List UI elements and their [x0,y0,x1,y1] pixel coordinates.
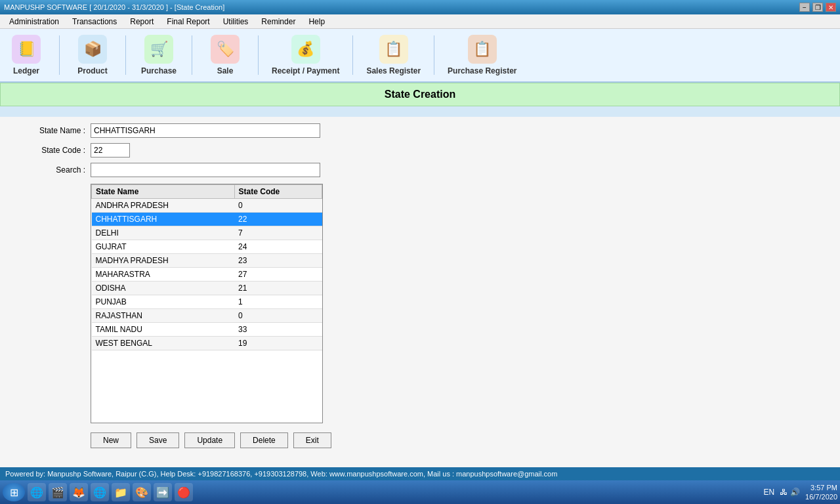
taskbar-app-manpushp[interactable]: 🔴 [175,483,193,501]
toolbar-separator [258,35,259,75]
toolbar-btn-purchase[interactable]: 🛒Purchase [139,35,178,75]
restore-button[interactable]: ❐ [812,3,823,12]
toolbar-btn-receipt-payment[interactable]: 💰Receipt / Payment [272,35,339,75]
new-button[interactable]: New [91,432,131,448]
table-row[interactable]: PUNJAB1 [92,295,322,309]
table-row[interactable]: CHHATTISGARH22 [92,213,322,226]
action-buttons: New Save Update Delete Exit [91,432,827,448]
toolbar-btn-product[interactable]: 📦Product [73,35,112,75]
menu-bar: AdministrationTransactionsReportFinal Re… [0,14,840,29]
window-controls: − ❐ ✕ [799,3,836,12]
table-row[interactable]: WEST BENGAL19 [92,337,322,350]
state-name-cell: MAHARASTRA [92,268,235,282]
state-code-cell: 22 [234,213,322,226]
menu-item-final-report[interactable]: Final Report [160,16,216,28]
table-row[interactable]: MADHYA PRADESH23 [92,254,322,268]
close-button[interactable]: ✕ [826,3,836,12]
taskbar-app-ie[interactable]: 🌐 [28,483,46,501]
state-code-cell: 7 [234,226,322,240]
sale-label: Sale [217,66,234,75]
table-row[interactable]: ANDHRA PRADESH0 [92,199,322,213]
minimize-button[interactable]: − [799,3,810,12]
table-row[interactable]: TAMIL NADU33 [92,323,322,337]
table-body: ANDHRA PRADESH0CHHATTISGARH22DELHI7GUJRA… [92,199,322,350]
toolbar-btn-sale[interactable]: 🏷️Sale [205,35,245,75]
network-icon: 🖧 [780,488,788,497]
toolbar-separator [434,35,434,75]
state-name-input[interactable] [91,123,320,138]
taskbar-app-chrome[interactable]: 🌐 [91,483,109,501]
state-code-cell: 27 [234,268,322,282]
menu-item-transactions[interactable]: Transactions [66,16,123,28]
receipt-payment-icon: 💰 [291,35,320,64]
state-name-cell: ODISHA [92,282,235,295]
state-code-input[interactable] [91,143,130,158]
taskbar-clock: 3:57 PM 16/7/2020 [805,483,837,502]
menu-item-administration[interactable]: Administration [3,16,66,28]
taskbar-right: EN 🖧 🔊 3:57 PM 16/7/2020 [763,483,837,502]
taskbar-app-arrow[interactable]: ➡️ [154,483,172,501]
col-state-code: State Code [234,185,322,199]
state-name-label: State Name : [13,126,85,135]
state-name-cell: TAMIL NADU [92,323,235,337]
locale-indicator: EN [763,488,774,497]
state-name-cell: RAJASTHAN [92,309,235,323]
table-row[interactable]: RAJASTHAN0 [92,309,322,323]
taskbar-system-icons: 🖧 🔊 [780,488,800,497]
sales-register-icon: 📋 [379,35,408,64]
exit-button[interactable]: Exit [293,432,331,448]
save-button[interactable]: Save [136,432,179,448]
form-area: State Name : State Code : Search : [13,123,827,177]
taskbar-app-files[interactable]: 📁 [112,483,130,501]
toolbar-btn-sales-register[interactable]: 📋Sales Register [366,35,421,75]
state-name-cell: GUJRAT [92,240,235,254]
toolbar-separator [192,35,192,75]
purchase-register-label: Purchase Register [448,66,516,75]
sales-register-label: Sales Register [366,66,421,75]
title-bar: MANPUSHP SOFTWARE [ 20/1/2020 - 31/3/202… [0,0,840,14]
state-code-cell: 24 [234,240,322,254]
table-row[interactable]: GUJRAT24 [92,240,322,254]
state-code-label: State Code : [13,146,85,155]
delete-button[interactable]: Delete [240,432,288,448]
table-row[interactable]: MAHARASTRA27 [92,268,322,282]
menu-item-help[interactable]: Help [302,16,331,28]
product-label: Product [77,66,107,75]
table-row[interactable]: ODISHA21 [92,282,322,295]
state-code-cell: 0 [234,309,322,323]
menu-item-reminder[interactable]: Reminder [255,16,302,28]
taskbar-left: ⊞ 🌐 🎬 🦊 🌐 📁 🎨 ➡️ 🔴 [3,483,193,501]
update-button[interactable]: Update [184,432,235,448]
menu-item-utilities[interactable]: Utilities [217,16,255,28]
toolbar-separator [352,35,353,75]
taskbar: ⊞ 🌐 🎬 🦊 🌐 📁 🎨 ➡️ 🔴 EN 🖧 🔊 3:57 PM 16/7/2… [0,480,840,504]
menu-item-report[interactable]: Report [123,16,160,28]
section-header: State Creation [0,83,840,106]
state-name-cell: CHHATTISGARH [92,213,235,226]
status-text: Powered by: Manpushp Software, Raipur (C… [5,470,557,478]
start-button[interactable]: ⊞ [3,483,25,501]
state-code-cell: 23 [234,254,322,268]
taskbar-app-media[interactable]: 🎬 [49,483,67,501]
state-name-cell: DELHI [92,226,235,240]
ledger-label: Ledger [13,66,39,75]
search-input[interactable] [91,163,320,177]
content-area: State Name : State Code : Search : State… [0,117,840,501]
state-name-cell: WEST BENGAL [92,337,235,350]
taskbar-app-firefox[interactable]: 🦊 [70,483,88,501]
table-row[interactable]: DELHI7 [92,226,322,240]
clock-time: 3:57 PM [805,483,837,492]
purchase-icon: 🛒 [144,35,173,64]
toolbar-btn-ledger[interactable]: 📒Ledger [7,35,46,75]
search-row: Search : [13,163,827,177]
purchase-register-icon: 📋 [468,35,497,64]
app-title: MANPUSHP SOFTWARE [ 20/1/2020 - 31/3/202… [4,3,224,11]
toolbar-btn-purchase-register[interactable]: 📋Purchase Register [448,35,516,75]
col-state-name: State Name [92,185,235,199]
toolbar-separator [125,35,126,75]
taskbar-app-paint[interactable]: 🎨 [133,483,151,501]
speaker-icon: 🔊 [790,488,800,497]
toolbar-separator [59,35,60,75]
state-table: State Name State Code ANDHRA PRADESH0CHH… [91,184,322,350]
toolbar: 📒Ledger📦Product🛒Purchase🏷️Sale💰Receipt /… [0,29,840,83]
